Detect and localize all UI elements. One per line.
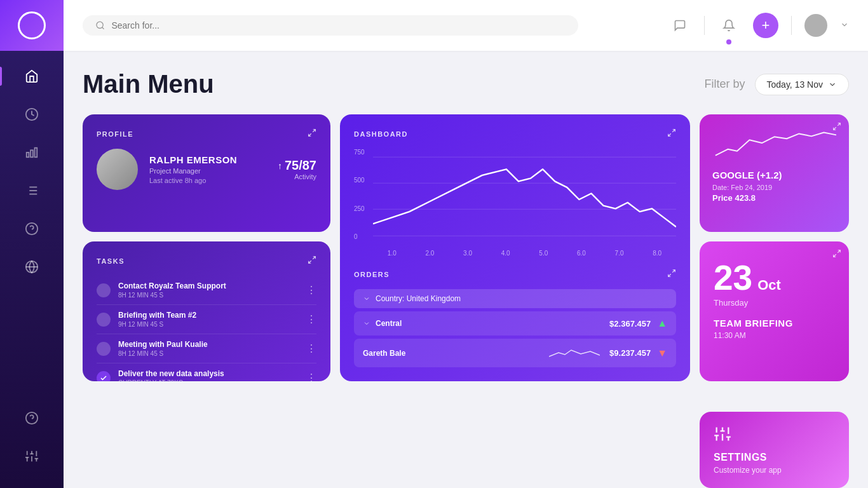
orders-chevron-icon [363, 295, 370, 302]
profile-card: PROFILE RALPH EMERSON Project Manager La… [83, 114, 330, 232]
chart-x-6: 6.0 [577, 250, 586, 257]
chart-y-500: 500 [354, 177, 365, 184]
chart-x-8: 8.0 [653, 250, 661, 257]
chart-x-2: 2.0 [425, 250, 434, 257]
profile-last-active: Last active 8h ago [149, 177, 266, 184]
google-chart-area [712, 127, 836, 162]
filter-label: Filter by [705, 78, 745, 91]
notifications-button[interactable] [717, 14, 740, 37]
profile-activity-label: Activity [278, 173, 316, 180]
chart-y-labels: 750 500 250 0 [354, 149, 365, 240]
orders-row-gareth: Gareth Bale $9.237.457 ▼ [354, 339, 676, 367]
sidebar-item-help[interactable] [0, 210, 64, 248]
filter-date-label: Today, 13 Nov [767, 79, 823, 90]
chevron-down-icon [840, 20, 849, 29]
task-menu-0[interactable]: ⋮ [306, 284, 316, 296]
avatar-button[interactable] [804, 14, 827, 37]
sidebar-item-tasks[interactable] [0, 172, 64, 210]
svg-rect-1 [27, 152, 29, 157]
svg-line-28 [309, 133, 311, 136]
sidebar-item-globe[interactable] [0, 248, 64, 286]
date-expand-icon[interactable] [832, 249, 841, 261]
profile-content: RALPH EMERSON Project Manager Last activ… [97, 149, 316, 190]
chart-y-750: 750 [354, 149, 365, 156]
profile-card-header: PROFILE [97, 128, 316, 139]
add-button[interactable]: + [753, 13, 778, 38]
svg-rect-3 [35, 148, 37, 158]
sidebar-item-analytics[interactable] [0, 95, 64, 133]
home-icon [25, 69, 39, 83]
list-icon [25, 184, 39, 198]
task-menu-1[interactable]: ⋮ [306, 313, 316, 325]
add-icon: + [762, 17, 770, 34]
event-title: TEAM BRIEFING [714, 318, 835, 329]
user-dropdown-button[interactable] [840, 20, 849, 31]
task-info-1: Briefing with Team #2 9H 12 MIN 45 S [118, 311, 299, 328]
task-info-3: Deliver the new data analysis CURRENTLY … [118, 369, 299, 381]
dashboard-expand-icon[interactable] [667, 128, 676, 139]
orders-expand-icon[interactable] [667, 269, 676, 280]
chart-container: 750 500 250 0 [354, 149, 676, 259]
task-info-0: Contact Royalz Team Support 8H 12 MIN 45… [118, 281, 299, 299]
svg-line-26 [102, 27, 104, 29]
orders-gareth-name: Gareth Bale [363, 349, 539, 358]
profile-info: RALPH EMERSON Project Manager Last activ… [149, 154, 266, 184]
header-actions: + [668, 13, 849, 38]
google-date: Date: Feb 24, 2019 [712, 184, 836, 191]
settings-card: SETTINGS Customize your app [700, 412, 849, 488]
task-info-2: Meeting with Paul Kualie 8H 12 MIN 45 S [118, 340, 299, 357]
orders-card-header: ORDERS [354, 269, 676, 280]
task-menu-2[interactable]: ⋮ [306, 342, 316, 355]
page-header: Main Menu Filter by Today, 13 Nov [83, 70, 849, 98]
sidebar-logo [0, 0, 64, 51]
task-name-3: Deliver the new data analysis [118, 369, 299, 378]
svg-line-42 [834, 254, 836, 257]
orders-central-amount: $2.367.457 [609, 319, 651, 329]
profile-expand-icon[interactable] [308, 128, 316, 139]
chat-button[interactable] [668, 14, 691, 37]
task-time-3: CURRENTLY AT 70KG [118, 379, 299, 381]
dashboard-card: DASHBOARD 750 500 250 0 [340, 114, 690, 381]
orders-central-trend-icon: ▲ [657, 318, 667, 329]
task-dot-2 [97, 342, 111, 356]
avatar [97, 149, 138, 190]
task-time-2: 8H 12 MIN 45 S [118, 350, 299, 357]
sidebar-item-settings-nav[interactable] [25, 437, 39, 475]
dashboard-card-header: DASHBOARD [354, 128, 676, 139]
sidebar-item-help-bottom[interactable] [25, 399, 39, 437]
profile-name: RALPH EMERSON [149, 154, 266, 165]
help-icon-bottom [25, 411, 39, 425]
orders-row-chevron-1 [363, 320, 370, 327]
orders-label: ORDERS [354, 271, 390, 278]
event-time: 11:30 AM [714, 331, 835, 340]
google-card: GOOGLE (+1.2) Date: Feb 24, 2019 Price 4… [700, 114, 849, 232]
orders-central-name: Central [376, 319, 492, 328]
sidebar-item-home[interactable] [0, 57, 64, 95]
profile-role: Project Manager [149, 167, 266, 175]
divider-2 [791, 16, 792, 35]
task-name-2: Meeting with Paul Kualie [118, 340, 299, 349]
tasks-card: TASKS Contact Royalz Team Support 8H 12 … [83, 241, 330, 381]
page-title: Main Menu [83, 70, 214, 98]
task-dot-0 [97, 283, 111, 297]
sidebar-item-reports[interactable] [0, 133, 64, 172]
tasks-expand-icon[interactable] [308, 255, 316, 266]
checkmark-icon [100, 374, 107, 382]
search-icon [95, 20, 105, 30]
sidebar [0, 0, 64, 488]
date-day-name: Thursday [714, 298, 835, 308]
svg-line-35 [672, 270, 675, 273]
chart-x-3: 3.0 [463, 250, 472, 257]
task-name-1: Briefing with Team #2 [118, 311, 299, 320]
chart-x-7: 7.0 [615, 250, 624, 257]
orders-row-central: Central $2.367.457 ▲ [354, 311, 676, 336]
search-input[interactable] [111, 20, 566, 30]
sliders-icon [25, 449, 39, 463]
google-chart-svg [712, 127, 836, 162]
task-menu-3[interactable]: ⋮ [306, 372, 316, 381]
profile-label: PROFILE [97, 130, 133, 138]
orders-country-filter[interactable]: Country: United Kingdom [354, 289, 676, 308]
filter-date-button[interactable]: Today, 13 Nov [755, 74, 849, 95]
google-expand-icon[interactable] [832, 122, 841, 133]
bell-icon [722, 19, 735, 32]
